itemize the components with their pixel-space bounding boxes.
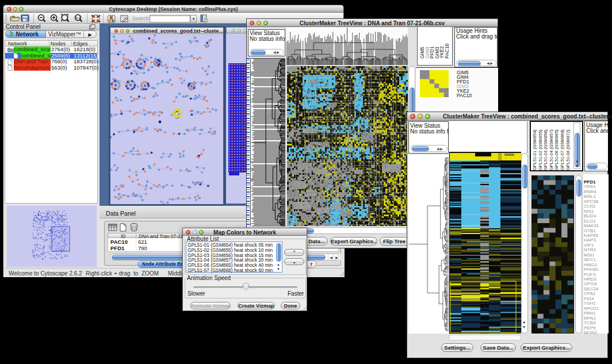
svg-text:1:1: 1:1 bbox=[75, 16, 81, 20]
